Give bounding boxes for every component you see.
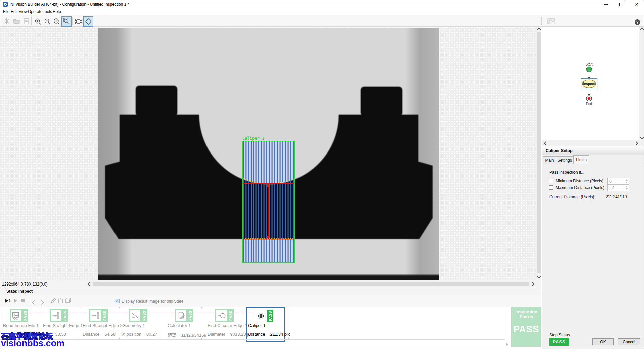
image-viewer[interactable]: Caliper 1 [0,27,536,280]
maximum-distance-field[interactable]: Inf [607,184,629,191]
maximum-distance-checkbox[interactable] [549,185,553,190]
minimum-distance-value[interactable]: 0 [608,179,624,184]
step-read-image-file[interactable]: PASS [10,309,28,322]
diagram-vscrollbar[interactable] [639,27,644,140]
state-label: State: [6,289,17,294]
roi-polygon-button[interactable] [83,16,93,27]
zoom-to-fit-button[interactable] [61,16,72,27]
step-find-circular-edge[interactable]: PASS [215,309,234,322]
diagram-hscrollbar[interactable] [542,140,644,146]
tab-main[interactable]: Main [543,156,556,164]
minimum-distance-checkbox[interactable] [549,179,553,183]
viewer-status-row: 1292x964 0.78X 132 (0,0) [0,280,541,288]
previous-state-button[interactable] [33,299,36,305]
current-distance-value: 211.341919 [606,194,627,199]
new-inspection-button[interactable] [2,17,11,26]
scroll-down-icon[interactable] [536,274,541,279]
maximum-distance-spinner[interactable] [624,185,629,191]
menu-operate[interactable]: Operate [28,9,42,14]
run-once-icon: 1 [4,298,11,304]
menu-file[interactable]: File [3,9,9,14]
help-icon[interactable]: ? [635,19,640,25]
pencil-icon [51,298,56,303]
steps-scroll-right-icon[interactable] [505,342,509,348]
state-value: Inspect [18,289,33,294]
step-wire [108,312,129,312]
calculator-icon [177,311,186,320]
step-label[interactable]: Find Straight Edge 1 [43,323,83,328]
run-continuous-button[interactable] [13,298,18,305]
scroll-left-icon[interactable] [543,141,548,146]
tab-limits[interactable]: Limits [573,155,589,164]
step-pass-badge: PASS [102,309,108,322]
stop-button[interactable] [21,299,25,302]
display-result-checkbox[interactable]: ✓ [115,299,120,303]
step-label[interactable]: Read Image File 1 [3,323,39,328]
roi-rectangle-button[interactable] [74,17,83,26]
maximum-distance-value[interactable]: Inf [608,186,624,190]
save-disk-icon [24,18,29,24]
zoom-out-icon [44,18,51,25]
step-find-straight-edge-1[interactable]: PASS [50,309,68,322]
scroll-down-icon[interactable] [639,135,644,140]
step-measurement: Diameter = 9018.23 pix [208,332,253,337]
ok-button[interactable]: OK [592,338,614,345]
edit-step-button[interactable] [51,298,56,305]
panel-header: Caliper Setup [542,146,644,155]
open-inspection-button[interactable] [12,17,21,26]
switch-view-button[interactable] [544,17,558,26]
menu-view[interactable]: View [19,9,28,14]
step-label[interactable]: Find Straight Edge 2 [83,323,123,328]
step-find-straight-edge-2[interactable]: PASS [89,309,108,322]
zoom-out-button[interactable] [43,17,52,26]
scroll-up-icon[interactable] [536,27,541,32]
step-wire [234,312,246,312]
scroll-right-icon[interactable] [634,141,639,146]
inspection-status-box: Inspection Status PASS [511,307,541,347]
state-diagram-view[interactable]: Start Inspect End [542,27,639,140]
minimize-button[interactable] [598,0,613,8]
pass-inspection-heading: Pass Inspection if... [549,170,584,175]
step-label[interactable]: Find Circular Edge 1 [208,323,247,328]
step-pass-badge: PASS [22,309,28,322]
zoom-1-1-button[interactable]: 1 [52,17,61,26]
delete-step-button[interactable] [58,298,63,305]
tab-settings[interactable]: Settings [556,156,573,164]
trash-icon [58,298,63,303]
close-button[interactable]: ✕ [629,0,644,8]
copy-step-button[interactable] [65,298,71,304]
step-geometry[interactable]: PASS [129,309,147,322]
zoom-in-button[interactable] [33,17,43,26]
window-title: NI Vision Builder AI (64-bit) - Configur… [10,2,129,7]
save-inspection-button[interactable] [22,17,31,26]
viewer-hscroll-thumb[interactable] [93,282,529,286]
playback-toolbar: 1 ✓ Display Result Image for this State [0,295,541,307]
step-calculator[interactable]: PASS [175,309,193,322]
maximum-distance-label: Maximum Distance (Pixels) [556,185,604,190]
step-measurement: X position = 80.27 [122,332,157,337]
svg-text:1: 1 [55,19,57,23]
find-straight-edge-icon [91,311,100,320]
restore-button[interactable] [613,0,629,8]
scroll-right-icon[interactable] [530,281,535,287]
minimum-distance-label: Minimum Distance (Pixels) [556,179,603,183]
scroll-up-icon[interactable] [639,27,644,32]
right-panel: Start Inspect End Caliper [542,27,644,349]
viewer-vscroll-thumb[interactable] [537,32,541,273]
run-once-button[interactable]: 1 [4,298,11,304]
menu-edit[interactable]: Edit [11,9,18,14]
viewer-hscrollbar[interactable] [86,281,536,287]
step-label[interactable]: Geometry 1 [122,323,145,328]
roi-rectangle-icon [75,19,82,24]
step-pass-badge: PASS [187,309,193,322]
viewer-vscrollbar[interactable] [536,27,541,280]
scroll-left-icon[interactable] [87,281,92,287]
find-circular-edge-icon [217,311,226,320]
menu-tools[interactable]: Tools [43,9,52,14]
minimum-distance-field[interactable]: 0 [607,178,629,185]
cancel-button[interactable]: Cancel [618,338,640,345]
menu-help[interactable]: Help [53,9,61,14]
minimum-distance-spinner[interactable] [624,178,629,184]
next-state-button[interactable] [40,299,43,305]
step-label[interactable]: Calculator 1 [168,323,191,328]
